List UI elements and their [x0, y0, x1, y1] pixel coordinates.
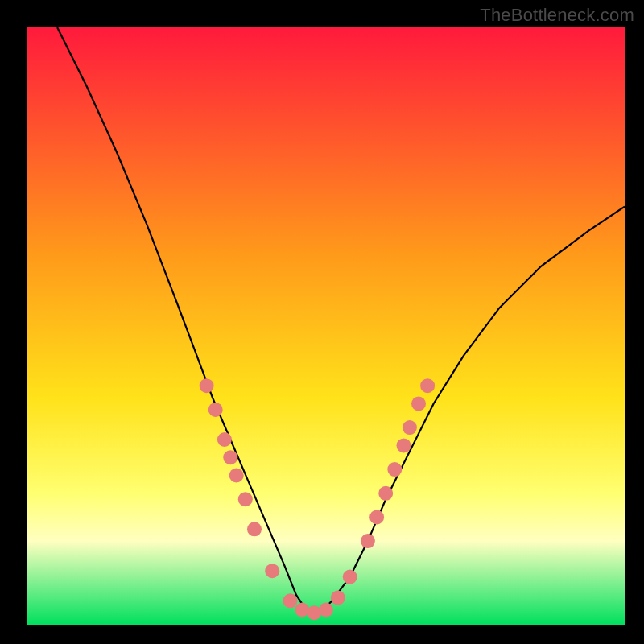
data-point	[217, 432, 232, 447]
data-point	[361, 534, 375, 548]
data-point	[411, 397, 426, 411]
data-point	[265, 564, 279, 578]
data-point	[238, 492, 253, 506]
data-point	[420, 378, 435, 393]
data-point	[319, 603, 333, 617]
bottleneck-curve-plot	[0, 0, 644, 644]
data-point	[369, 510, 384, 524]
data-point	[397, 438, 411, 452]
gradient-panel	[27, 27, 625, 625]
data-point	[343, 570, 357, 584]
data-point	[247, 522, 262, 536]
data-point	[331, 591, 345, 605]
data-point	[283, 593, 298, 608]
watermark-text: TheBottleneck.com	[480, 5, 634, 26]
data-point	[387, 462, 402, 477]
data-point	[229, 469, 244, 483]
data-point	[402, 420, 417, 435]
chart-frame: TheBottleneck.com	[0, 0, 644, 644]
data-point	[200, 378, 214, 393]
data-point	[378, 486, 393, 501]
data-point	[223, 450, 237, 464]
data-point	[208, 402, 223, 417]
